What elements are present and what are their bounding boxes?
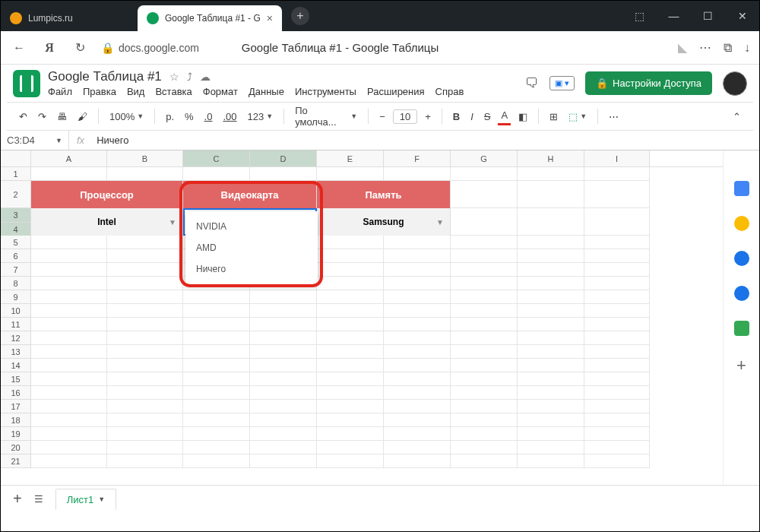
browser-tab-inactive[interactable]: Lumpics.ru: [1, 5, 138, 31]
font-size[interactable]: 10: [393, 109, 417, 124]
close-button[interactable]: ✕: [725, 1, 759, 31]
tasks-icon[interactable]: [734, 251, 749, 266]
formula-bar: C3:D4▼ fx Ничего: [1, 131, 759, 150]
share-button[interactable]: 🔒 Настройки Доступа: [585, 71, 712, 95]
numfmt-button[interactable]: 123 ▼: [245, 108, 277, 125]
menu-help[interactable]: Справ: [435, 86, 464, 97]
borders-button[interactable]: ⊞: [546, 108, 561, 125]
menu-insert[interactable]: Вставка: [155, 86, 192, 97]
dec-decrease-button[interactable]: .0: [201, 108, 216, 125]
col-header[interactable]: D: [250, 150, 317, 166]
toolbar: ↶ ↷ 🖶 🖌 100% ▼ р. % .0 .00 123 ▼ По умол…: [7, 102, 753, 131]
address-bar: ← Я ↻ 🔒 docs.google.com Google Таблица #…: [1, 31, 759, 65]
add-sheet-button[interactable]: +: [13, 490, 22, 508]
paint-format-button[interactable]: 🖌: [74, 108, 90, 125]
avatar[interactable]: [723, 71, 747, 96]
menu-tools[interactable]: Инструменты: [295, 86, 356, 97]
bold-button[interactable]: B: [450, 108, 463, 125]
browser-tab-active[interactable]: Google Таблица #1 - G ×: [138, 5, 282, 31]
present-icon[interactable]: ▣ ▾: [549, 76, 575, 90]
menu-extensions[interactable]: Расширения: [367, 86, 425, 97]
redo-button[interactable]: ↷: [35, 108, 49, 125]
merge-button[interactable]: ⬚ ▼: [565, 108, 590, 125]
dropdown-item[interactable]: Ничего: [185, 258, 318, 280]
dropdown-list: NVIDIAAMDНичего: [185, 211, 318, 284]
url-display[interactable]: 🔒 docs.google.com: [101, 42, 199, 54]
doc-status-icons: ☆ ⤴ ☁: [169, 71, 211, 83]
menu-data[interactable]: Данные: [249, 86, 284, 97]
dec-increase-button[interactable]: .00: [220, 108, 239, 125]
menu-edit[interactable]: Правка: [83, 86, 116, 97]
font-size-dec[interactable]: −: [376, 108, 388, 125]
header-mem: Память: [317, 181, 451, 208]
spreadsheet-grid[interactable]: ABCDEFGHI12ПроцессорВидеокартаПамять34In…: [1, 150, 723, 485]
formula-input[interactable]: Ничего: [92, 135, 133, 146]
dv-mem[interactable]: Samsung▼: [317, 208, 451, 236]
more-button[interactable]: ⋯: [606, 108, 622, 125]
menu-format[interactable]: Формат: [203, 86, 238, 97]
fill-color-button[interactable]: ◧: [515, 108, 530, 125]
extensions-icon[interactable]: ⧉: [724, 41, 732, 55]
maximize-button[interactable]: ☐: [691, 1, 725, 31]
calendar-icon[interactable]: [734, 181, 749, 196]
header-video: Видеокарта: [183, 181, 317, 208]
lock-icon: 🔒: [101, 42, 114, 54]
undo-button[interactable]: ↶: [16, 108, 30, 125]
maps-icon[interactable]: [734, 321, 749, 336]
italic-button[interactable]: I: [467, 108, 477, 125]
fx-label: fx: [69, 135, 92, 146]
browser-titlebar: Lumpics.ru Google Таблица #1 - G × + ⬚ —…: [1, 1, 759, 31]
menu-view[interactable]: Вид: [127, 86, 145, 97]
dropdown-item[interactable]: AMD: [185, 237, 318, 258]
col-header[interactable]: G: [451, 150, 518, 166]
font-select[interactable]: По умолча... ▼: [292, 102, 360, 131]
text-color-button[interactable]: A: [498, 108, 511, 125]
comments-icon[interactable]: 🗨: [525, 75, 539, 91]
dropdown-item[interactable]: NVIDIA: [185, 216, 318, 237]
col-header[interactable]: C: [183, 150, 250, 166]
url-text: docs.google.com: [119, 42, 199, 54]
col-header[interactable]: H: [518, 150, 584, 166]
zoom-select[interactable]: 100% ▼: [106, 108, 147, 125]
currency-button[interactable]: р.: [163, 108, 177, 125]
col-header[interactable]: F: [384, 150, 451, 166]
sheets-logo-icon[interactable]: [13, 70, 40, 97]
font-size-inc[interactable]: +: [422, 108, 434, 125]
sheet-tab[interactable]: Лист1 ▼: [55, 489, 116, 510]
reload-button[interactable]: ↻: [71, 39, 89, 57]
add-panel-button[interactable]: +: [736, 356, 746, 375]
collapse-icon[interactable]: ⌃: [730, 108, 744, 125]
header-proc: Процессор: [31, 181, 183, 208]
menu-file[interactable]: Файл: [48, 86, 72, 97]
page-title: Google Таблица #1 - Google Таблицы: [242, 41, 439, 54]
print-button[interactable]: 🖶: [54, 108, 70, 125]
percent-button[interactable]: %: [182, 108, 197, 125]
more-icon[interactable]: ⋯: [699, 40, 711, 55]
bookmark-icon[interactable]: ◣: [678, 40, 687, 55]
downloads-icon[interactable]: ↓: [744, 41, 750, 55]
new-tab-button[interactable]: +: [291, 7, 309, 25]
strike-button[interactable]: S: [481, 108, 494, 125]
lock-icon: 🔒: [596, 78, 608, 89]
minimize-button[interactable]: —: [657, 1, 691, 31]
dv-proc[interactable]: Intel▼: [31, 208, 183, 236]
col-header[interactable]: B: [107, 150, 183, 166]
col-header[interactable]: E: [317, 150, 384, 166]
col-header[interactable]: I: [584, 150, 650, 166]
side-panel: +: [723, 150, 759, 485]
cloud-icon[interactable]: ☁: [200, 71, 211, 83]
col-header[interactable]: A: [31, 150, 107, 166]
bookmark-icon[interactable]: ⬚: [622, 1, 657, 31]
keep-icon[interactable]: [734, 216, 749, 231]
tab-label: Google Таблица #1 - G: [165, 13, 261, 24]
move-icon[interactable]: ⤴: [187, 71, 192, 83]
star-icon[interactable]: ☆: [169, 71, 179, 83]
back-button[interactable]: ←: [10, 39, 28, 57]
close-icon[interactable]: ×: [267, 12, 273, 24]
doc-title[interactable]: Google Таблица #1: [48, 69, 162, 84]
tab-favicon: [147, 12, 159, 24]
name-box[interactable]: C3:D4▼: [1, 131, 69, 150]
yandex-button[interactable]: Я: [40, 39, 59, 57]
all-sheets-button[interactable]: ☰: [34, 493, 43, 505]
contacts-icon[interactable]: [734, 286, 749, 301]
